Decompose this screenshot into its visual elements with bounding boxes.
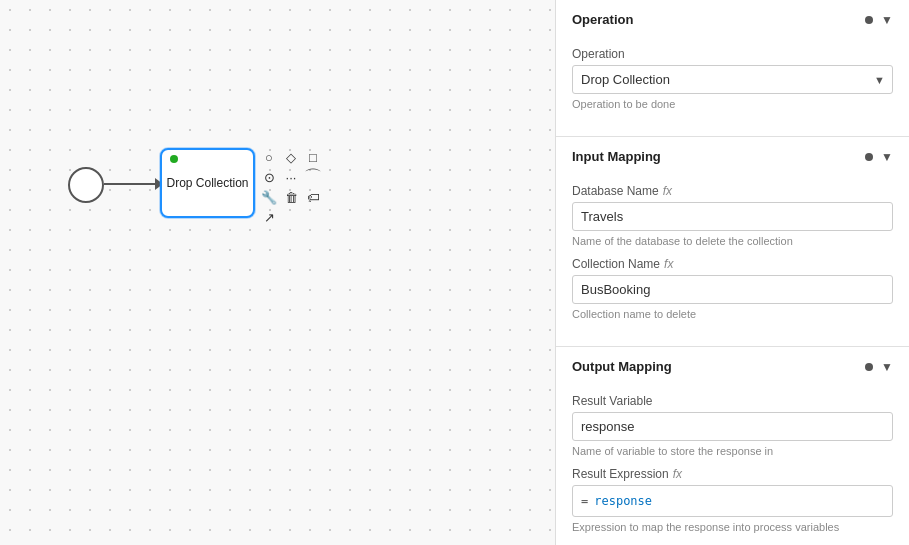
task-indicator — [170, 155, 178, 163]
properties-panel: Operation ▼ Operation Drop Collection Cr… — [555, 0, 909, 545]
output-mapping-body: Result Variable Name of variable to stor… — [556, 386, 909, 545]
arrow-icon[interactable]: ↗ — [260, 208, 278, 226]
wrench-icon[interactable]: 🔧 — [260, 188, 278, 206]
gear-small-icon[interactable]: ⊙ — [260, 168, 278, 186]
result-expr-label: Result Expression fx — [572, 467, 893, 481]
operation-section-header[interactable]: Operation ▼ — [556, 0, 909, 39]
output-mapping-header[interactable]: Output Mapping ▼ — [556, 347, 909, 386]
collection-name-fx: fx — [664, 257, 673, 271]
operation-select-wrapper: Drop Collection Create Collection Insert… — [572, 65, 893, 94]
operation-title: Operation — [572, 12, 633, 27]
collection-name-input[interactable] — [572, 275, 893, 304]
collection-name-label: Collection Name fx — [572, 257, 893, 271]
result-var-label: Result Variable — [572, 394, 893, 408]
input-header-right: ▼ — [865, 150, 893, 164]
start-event[interactable] — [68, 167, 104, 203]
input-mapping-section: Input Mapping ▼ Database Name fx Name of… — [556, 137, 909, 347]
operation-header-right: ▼ — [865, 13, 893, 27]
rectangle-icon[interactable]: □ — [304, 148, 322, 166]
dots-icon[interactable]: ··· — [282, 168, 300, 186]
sequence-flow — [104, 183, 161, 185]
db-name-input[interactable] — [572, 202, 893, 231]
task-box[interactable]: Drop Collection — [160, 148, 255, 218]
diamond-icon[interactable]: ◇ — [282, 148, 300, 166]
append-icon[interactable]: ⌒ — [304, 168, 322, 186]
operation-dot — [865, 16, 873, 24]
toolbar-row-4: ↗ — [260, 208, 322, 226]
output-chevron: ▼ — [881, 360, 893, 374]
output-mapping-title: Output Mapping — [572, 359, 672, 374]
input-mapping-title: Input Mapping — [572, 149, 661, 164]
input-chevron: ▼ — [881, 150, 893, 164]
expr-value: response — [594, 494, 652, 508]
db-name-hint: Name of the database to delete the colle… — [572, 235, 893, 247]
task-toolbar: ○ ◇ □ ⊙ ··· ⌒ 🔧 🗑 🏷 ↗ — [260, 148, 322, 226]
input-mapping-body: Database Name fx Name of the database to… — [556, 176, 909, 346]
task-label: Drop Collection — [166, 176, 248, 190]
result-expr-fx: fx — [673, 467, 682, 481]
operation-body: Operation Drop Collection Create Collect… — [556, 39, 909, 136]
output-dot — [865, 363, 873, 371]
bpmn-canvas: Drop Collection ○ ◇ □ ⊙ ··· ⌒ 🔧 🗑 🏷 ↗ — [0, 0, 555, 545]
operation-hint: Operation to be done — [572, 98, 893, 110]
result-expr-field[interactable]: = response — [572, 485, 893, 517]
db-name-fx: fx — [663, 184, 672, 198]
expr-equals-sign: = — [581, 494, 588, 508]
operation-section: Operation ▼ Operation Drop Collection Cr… — [556, 0, 909, 137]
output-header-right: ▼ — [865, 360, 893, 374]
toolbar-row-1: ○ ◇ □ — [260, 148, 322, 166]
operation-field-label: Operation — [572, 47, 893, 61]
operation-select[interactable]: Drop Collection Create Collection Insert… — [572, 65, 893, 94]
delete-icon[interactable]: 🗑 — [282, 188, 300, 206]
collection-name-hint: Collection name to delete — [572, 308, 893, 320]
input-mapping-header[interactable]: Input Mapping ▼ — [556, 137, 909, 176]
result-var-input[interactable] — [572, 412, 893, 441]
input-dot — [865, 153, 873, 161]
circle-icon[interactable]: ○ — [260, 148, 278, 166]
operation-chevron: ▼ — [881, 13, 893, 27]
output-mapping-section: Output Mapping ▼ Result Variable Name of… — [556, 347, 909, 545]
toolbar-row-3: 🔧 🗑 🏷 — [260, 188, 322, 206]
result-expr-hint: Expression to map the response into proc… — [572, 521, 893, 533]
tag-icon[interactable]: 🏷 — [304, 188, 322, 206]
db-name-label: Database Name fx — [572, 184, 893, 198]
result-var-hint: Name of variable to store the response i… — [572, 445, 893, 457]
toolbar-row-2: ⊙ ··· ⌒ — [260, 168, 322, 186]
